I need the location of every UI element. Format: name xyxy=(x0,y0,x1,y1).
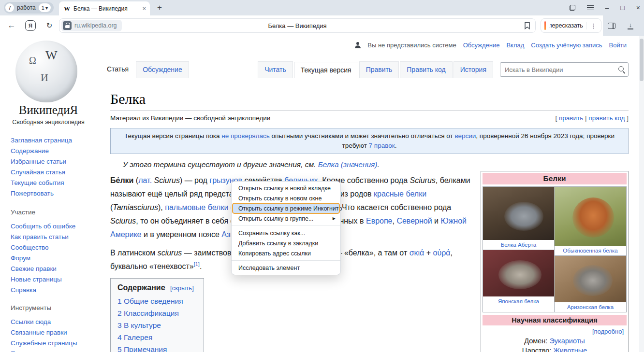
sidebar-item-forum[interactable]: Форум xyxy=(11,253,96,264)
tab-discussion[interactable]: Обсуждение xyxy=(136,61,189,78)
bookmark-icon[interactable] xyxy=(524,22,530,29)
sidebar-item-featured[interactable]: Избранные статьи xyxy=(11,156,96,167)
personal-link-contributions[interactable]: Вклад xyxy=(506,42,524,49)
sidebar-item-new-pages[interactable]: Новые страницы xyxy=(11,274,96,285)
context-menu-item-copy-link-address[interactable]: Копировать адрес ссылки xyxy=(232,248,340,258)
inline-link[interactable]: править xyxy=(559,114,583,122)
text-run: У этого термина существуют и другие знач… xyxy=(123,160,318,169)
sidebar-item-related-changes[interactable]: Связанные правки xyxy=(11,327,96,338)
menu-icon[interactable] xyxy=(587,5,594,10)
toc-hide-link[interactable]: [скрыть] xyxy=(170,284,194,292)
sidebar-item-contents[interactable]: Содержание xyxy=(11,146,96,156)
toc-item-culture[interactable]: 3 В культуре xyxy=(117,319,194,331)
text-run: Tamiasciurus xyxy=(113,203,158,211)
sidebar-item-random[interactable]: Случайная статья xyxy=(11,167,96,178)
classification-details-link[interactable]: [подробно] xyxy=(483,325,627,336)
browser-toolbar: ← Я ↻ ru.wikipedia.org Белка — Википедия… xyxy=(0,15,644,36)
tab-edit[interactable]: Править xyxy=(359,61,399,78)
sidebar-tools-group: Ссылки сюда Связанные правки Служебные с… xyxy=(11,317,96,352)
wiki-search-input[interactable] xyxy=(500,63,628,76)
scrollbar-thumb[interactable] xyxy=(640,39,644,81)
context-menu-item-open-new-tab[interactable]: Открыть ссылку в новой вкладке xyxy=(232,183,340,193)
context-menu-item-open-incognito[interactable]: Открыть ссылку в режиме Инкогнито xyxy=(233,203,339,213)
retell-button[interactable]: пересказать ⋮ xyxy=(541,18,601,33)
image-caption[interactable]: Японская белка xyxy=(483,296,554,306)
inline-link[interactable]: править код xyxy=(588,114,625,122)
sidebar-item-main-page[interactable]: Заглавная страница xyxy=(11,135,96,146)
inline-link[interactable]: Белка (значения) xyxy=(318,160,378,169)
personal-bar: Вы не представились системе Обсуждение В… xyxy=(354,42,627,49)
inline-link[interactable]: 7 правок xyxy=(369,142,395,149)
download-icon[interactable]: ↓ xyxy=(627,22,634,29)
new-tab-button[interactable]: + xyxy=(154,2,165,14)
tabs-overview-icon[interactable] xyxy=(570,5,575,11)
inline-link[interactable]: версии xyxy=(454,132,476,140)
sidebar-item-how-to-edit[interactable]: Как править статьи xyxy=(11,232,96,242)
tab-current-version[interactable]: Текущая версия xyxy=(294,62,358,78)
inline-link[interactable]: σκιά xyxy=(410,249,424,257)
yandex-button[interactable]: Я xyxy=(25,20,36,31)
inline-link[interactable]: οὐρά xyxy=(433,249,451,257)
sidebar-item-community[interactable]: Сообщество xyxy=(11,242,96,253)
tab-article[interactable]: Статья xyxy=(101,61,135,78)
personal-link-login[interactable]: Войти xyxy=(609,42,627,49)
context-menu-item-inspect-element[interactable]: Исследовать элемент xyxy=(232,263,340,273)
sidebar-item-donate[interactable]: Пожертвовать xyxy=(11,188,96,199)
user-icon xyxy=(354,42,361,48)
text-run: и xyxy=(432,217,441,225)
personal-link-talk[interactable]: Обсуждение xyxy=(463,42,500,49)
tab-group-chip[interactable]: 7 работа 1▾ xyxy=(4,2,54,14)
toc-item-classification[interactable]: 2 Классификация xyxy=(117,307,194,319)
search-icon[interactable] xyxy=(618,66,624,71)
image-caption[interactable]: Обыкновенная белка xyxy=(555,246,626,255)
context-menu-item-bookmark-link[interactable]: Добавить ссылку в закладки xyxy=(232,238,340,248)
sidebar-item-current-events[interactable]: Текущие события xyxy=(11,178,96,188)
inline-link[interactable]: [1] xyxy=(194,261,200,267)
reload-button[interactable]: ↻ xyxy=(43,15,56,36)
taxonomy-value-link[interactable]: Эукариоты xyxy=(549,337,585,345)
context-menu-item-open-in-group[interactable]: Открыть ссылку в группе... ▶ xyxy=(232,213,340,224)
inline-link[interactable]: Северной xyxy=(396,217,432,225)
side-panel-icon[interactable] xyxy=(608,23,615,29)
abert-squirrel-image[interactable] xyxy=(483,187,554,240)
inline-link[interactable]: пальмовые белки xyxy=(165,203,228,211)
minimize-button[interactable]: – xyxy=(605,4,609,11)
sidebar-item-what-links-here[interactable]: Ссылки сюда xyxy=(11,317,96,327)
personal-link-create-account[interactable]: Создать учётную запись xyxy=(531,42,602,49)
sidebar-item-report-error[interactable]: Сообщить об ошибке xyxy=(11,221,96,232)
toc-item-references[interactable]: 5 Примечания xyxy=(117,343,194,352)
close-button[interactable]: × xyxy=(636,4,640,11)
tab-close-icon[interactable]: × xyxy=(142,5,146,12)
inline-link[interactable]: не проверялась xyxy=(221,132,269,140)
red-squirrel-image[interactable] xyxy=(555,187,626,246)
browser-tab-active[interactable]: W Белка — Википедия × xyxy=(59,1,150,15)
lock-icon[interactable] xyxy=(63,21,72,30)
image-caption[interactable]: Аризонская белка xyxy=(555,302,626,312)
image-caption[interactable]: Белка Аберта xyxy=(483,240,554,250)
tab-group-badge[interactable]: 1▾ xyxy=(39,3,51,12)
taxonomy-value-link[interactable]: Животные xyxy=(553,347,587,352)
sidebar-item-special-pages[interactable]: Служебные страницы xyxy=(11,338,96,349)
tab-history[interactable]: История xyxy=(454,61,493,78)
japanese-squirrel-image[interactable] xyxy=(483,250,554,296)
sidebar-item-permanent-link[interactable]: Постоянная ссылка xyxy=(11,349,96,352)
maximize-button[interactable]: □ xyxy=(620,4,624,11)
omnibox[interactable]: ru.wikipedia.org Белка — Википедия xyxy=(59,18,536,33)
tab-edit-source[interactable]: Править код xyxy=(400,61,452,78)
inline-link[interactable]: лат. xyxy=(138,176,152,184)
context-menu-item-open-new-window[interactable]: Открыть ссылку в новом окне xyxy=(232,193,340,203)
arizona-squirrel-image[interactable] xyxy=(555,256,626,302)
inline-link[interactable]: красные белки xyxy=(374,190,426,198)
sidebar-item-recent-changes[interactable]: Свежие правки xyxy=(11,264,96,274)
kebab-menu-icon[interactable]: ⋮ xyxy=(589,22,598,29)
inline-link[interactable]: Европе xyxy=(366,217,393,225)
taxonomy-row: Царство: Животные xyxy=(483,346,627,352)
sidebar-item-help[interactable]: Справка xyxy=(11,285,96,296)
tab-read[interactable]: Читать xyxy=(258,61,293,78)
site-chip[interactable]: ru.wikipedia.org xyxy=(61,20,122,31)
toc-item-overview[interactable]: 1 Общие сведения xyxy=(117,295,194,307)
toc-item-gallery[interactable]: 4 Галерея xyxy=(117,331,194,343)
back-button[interactable]: ← xyxy=(5,15,18,36)
wikipedia-globe-logo[interactable]: Ω W И xyxy=(15,41,77,102)
context-menu-item-save-link-as[interactable]: Сохранить ссылку как... xyxy=(232,228,340,238)
